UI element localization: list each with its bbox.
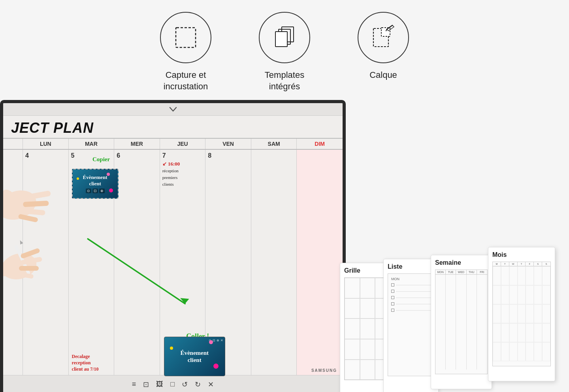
time-annotation: ↙ 16:00 réceptionpremiersclients (162, 161, 180, 188)
capture-label-line2: incrustation (164, 81, 208, 91)
event-card-1-title: Évènementclient (83, 174, 107, 187)
cal-cell-jeu: 7 ↙ 16:00 réceptionpremiersclients Colle… (160, 150, 206, 377)
mois-label: Mois (492, 251, 551, 258)
semaine-content: MON TUE WED THU FRI (435, 270, 488, 374)
svg-rect-5 (381, 28, 390, 36)
day-5: 5 (71, 152, 75, 159)
cal-header-empty (3, 139, 23, 149)
screen-inner: JECT PLAN LUN MAR MER JEU VEN SAM DIM 4 (3, 103, 343, 392)
day-6: 6 (117, 152, 120, 159)
liste-label: Liste (388, 263, 434, 270)
calendar-body: 4 5 Copier Évènementclient (3, 150, 343, 377)
copier-annotation: Copier (92, 156, 110, 163)
templates-icon (271, 24, 298, 51)
toolbar-icon-rect[interactable]: □ (170, 380, 175, 388)
cal-header-ven: VEN (205, 139, 251, 149)
project-title: JECT PLAN (3, 116, 343, 138)
toolbar-icon-menu[interactable]: ≡ (132, 380, 136, 388)
day-7: 7 (162, 152, 166, 159)
hands-area (3, 158, 64, 308)
toolbar-icon-redo[interactable]: ↻ (195, 380, 201, 389)
cal-header-sam: SAM (251, 139, 297, 149)
liste-content: MON (388, 273, 434, 376)
main-content: JECT PLAN LUN MAR MER JEU VEN SAM DIM 4 (0, 100, 569, 392)
calque-label-line1: Calque (369, 70, 397, 80)
samsung-logo: SAMSUNG (311, 368, 337, 373)
event-card-2: ⊙ ⊡ ⊕ ✕ Évènementclient (164, 337, 225, 376)
semaine-label: Semaine (435, 259, 488, 266)
chevron-down-icon (169, 107, 177, 112)
event-card-1: Évènementclient ⊙ ⊡ ⊕ (72, 169, 119, 199)
cal-cell-sam (251, 150, 297, 377)
cal-header-dim: DIM (297, 139, 343, 149)
screen-bottombar: ≡ ⊡ 🖼 □ ↺ ↻ ✕ (3, 375, 343, 392)
icon-item-calque: Calque (358, 12, 409, 81)
svg-rect-3 (275, 32, 287, 47)
calque-icon-circle (358, 12, 409, 63)
template-cards-section: Grille Liste MON (340, 239, 561, 392)
toolbar-icon-sticky[interactable]: ⊡ (143, 380, 149, 389)
decalage-line1: Decalage (72, 354, 90, 359)
event-card-1-toolbar: ⊙ ⊡ ⊕ (86, 188, 105, 193)
template-card-semaine[interactable]: Semaine MON TUE WED THU FRI (431, 255, 492, 389)
svg-marker-19 (19, 239, 23, 244)
template-card-mois[interactable]: Mois M T W T F S S (488, 247, 555, 381)
decalage-line2: reception (72, 360, 91, 366)
cal-cell-dim (297, 150, 343, 377)
top-icons-section: Capture et incrustation Templates intégr… (0, 0, 569, 100)
whiteboard-screen: JECT PLAN LUN MAR MER JEU VEN SAM DIM 4 (0, 100, 346, 392)
svg-rect-15 (3, 203, 21, 215)
cal-header-mar: MAR (69, 139, 115, 149)
cal-cell-mar: 5 Copier Évènementclient ⊙ (69, 150, 115, 377)
cal-header-mer: MER (114, 139, 160, 149)
toolbar-icon-capture[interactable]: 🖼 (156, 380, 163, 388)
toolbar-icon-undo[interactable]: ↺ (182, 380, 188, 389)
svg-rect-0 (176, 28, 196, 47)
template-card-liste[interactable]: Liste MON (383, 259, 439, 392)
capture-label-line1: Capture et (166, 70, 206, 80)
calque-icon (369, 24, 397, 51)
mois-content: M T W T F S S (492, 262, 551, 366)
templates-label: Templates intégrés (265, 70, 304, 92)
calque-label: Calque (369, 70, 397, 81)
templates-label-line1: Templates (265, 70, 304, 80)
capture-icon (172, 24, 200, 51)
capture-label: Capture et incrustation (164, 70, 208, 92)
cal-header-lun: LUN (23, 139, 69, 149)
icon-item-capture: Capture et incrustation (160, 12, 211, 92)
templates-label-line2: intégrés (269, 81, 300, 91)
svg-rect-22 (19, 266, 39, 271)
lower-hand-icon (3, 221, 64, 292)
screen-topbar (3, 103, 343, 116)
decalage-annotation: Decalage reception client au 7/10 (72, 354, 99, 372)
upper-hand-icon (3, 158, 64, 229)
day-8: 8 (208, 152, 211, 159)
project-title-text: JECT PLAN (11, 120, 94, 136)
icon-item-templates: Templates intégrés (259, 12, 310, 92)
toolbar-icon-close[interactable]: ✕ (208, 380, 214, 389)
templates-icon-circle (259, 12, 310, 63)
capture-icon-circle (160, 12, 211, 63)
event-card-2-title: Évènementclient (180, 349, 209, 364)
decalage-line3: client au 7/10 (72, 366, 99, 372)
cal-header-jeu: JEU (160, 139, 206, 149)
calendar-header: LUN MAR MER JEU VEN SAM DIM (3, 138, 343, 150)
cal-cell-mer: 6 (114, 150, 160, 377)
